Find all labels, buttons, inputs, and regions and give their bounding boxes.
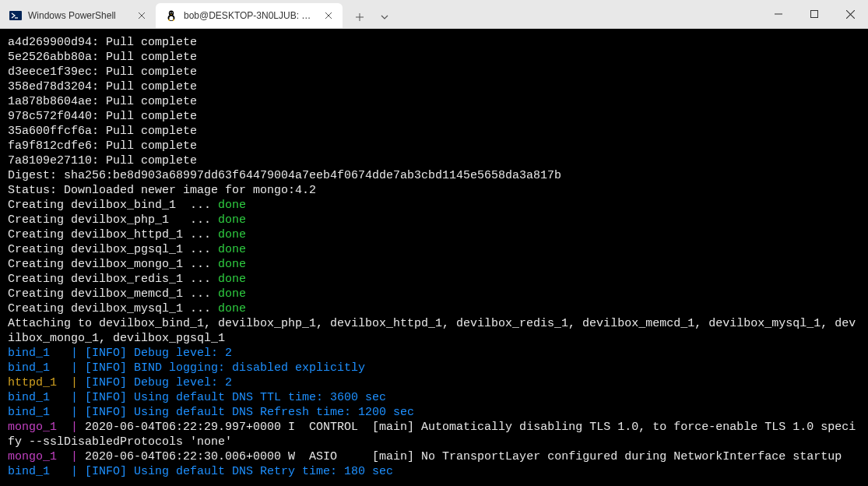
tab-powershell[interactable]: Windows PowerShell bbox=[0, 3, 156, 28]
tux-icon bbox=[165, 9, 177, 22]
tab-title: bob@DESKTOP-3N0LJUB: ~/de bbox=[184, 10, 316, 21]
tab-linux[interactable]: bob@DESKTOP-3N0LJUB: ~/de bbox=[156, 3, 343, 28]
powershell-icon bbox=[9, 9, 22, 22]
tab-dropdown-button[interactable] bbox=[374, 6, 395, 28]
close-icon[interactable] bbox=[135, 9, 148, 22]
titlebar: Windows PowerShell bob@DESKTOP-3N0LJUB: … bbox=[0, 0, 868, 29]
svg-point-8 bbox=[172, 12, 173, 13]
new-tab-button[interactable] bbox=[349, 6, 371, 28]
tab-controls bbox=[343, 6, 395, 28]
svg-rect-14 bbox=[811, 11, 818, 18]
tab-title: Windows PowerShell bbox=[28, 10, 129, 21]
terminal-output[interactable]: a4d269900d94: Pull complete5e2526abb80a:… bbox=[0, 29, 868, 486]
svg-point-7 bbox=[170, 12, 170, 13]
maximize-button[interactable] bbox=[796, 0, 832, 28]
minimize-button[interactable] bbox=[761, 0, 796, 28]
tabs: Windows PowerShell bob@DESKTOP-3N0LJUB: … bbox=[0, 0, 395, 28]
titlebar-drag-area[interactable] bbox=[395, 0, 761, 28]
svg-point-6 bbox=[169, 16, 173, 21]
close-icon[interactable] bbox=[322, 9, 335, 22]
window-controls bbox=[761, 0, 868, 28]
window-close-button[interactable] bbox=[832, 0, 868, 28]
